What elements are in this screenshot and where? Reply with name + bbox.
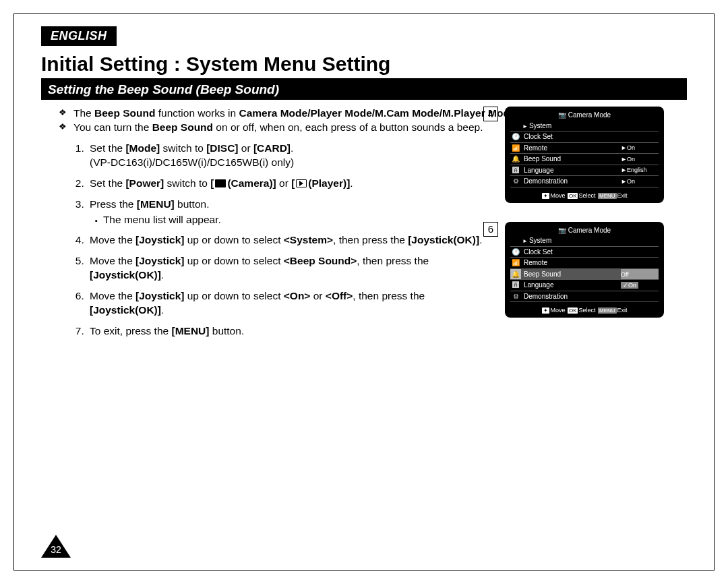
step-1-note: (VP-DC163(i)/DC165W(i)/DC165WB(i) only)	[90, 156, 294, 168]
step-2: Set the [Power] switch to [(Camera)] or …	[87, 177, 526, 191]
page-title: Initial Setting : System Menu Setting	[41, 53, 714, 76]
screen-4-step: 4	[483, 107, 498, 121]
ok-icon: OK	[568, 308, 578, 314]
step-1: Set the [Mode] switch to [DISC] or [CARD…	[87, 142, 526, 170]
step-3: Press the [MENU] button. The menu list w…	[87, 198, 526, 227]
camera-icon: 📷	[558, 111, 566, 119]
menu-icon: MENU	[598, 193, 617, 199]
steps-list: Set the [Mode] switch to [DISC] or [CARD…	[41, 142, 526, 339]
page-number: 32	[41, 544, 71, 555]
screen-4-wrap: 4 📷 Camera Mode ►System 🕐Clock Set 📶Remo…	[505, 107, 680, 203]
lcd4-highlight: ►System	[510, 121, 659, 132]
camera-icon: 📷	[558, 227, 566, 234]
content-block: The Beep Sound function works in Camera …	[41, 107, 687, 339]
ok-icon: OK	[568, 193, 578, 199]
screen-6-wrap: 6 📷 Camera Mode ►System 🕐Clock Set 📶Remo…	[505, 222, 680, 318]
step-3-sub: The menu list will appear.	[92, 213, 526, 227]
lcd4-menu: 🕐Clock Set 📶Remote►On 🔔Beep Sound►On 🅰La…	[510, 131, 659, 187]
section-heading: Setting the Beep Sound (Beep Sound)	[41, 80, 687, 100]
lcd6-menu: 🕐Clock Set 📶Remote 🔔Beep SoundOff 🅰Langu…	[510, 246, 659, 303]
lcd6-footer: ✦Move OKSelect MENUExit	[510, 306, 659, 315]
step-6: Move the [Joystick] up or down to select…	[87, 289, 526, 318]
lcd-screen-4: 📷 Camera Mode ►System 🕐Clock Set 📶Remote…	[505, 107, 664, 203]
lcd-screen-6: 📷 Camera Mode ►System 🕐Clock Set 📶Remote…	[505, 222, 664, 318]
player-icon	[296, 179, 307, 187]
move-icon: ✦	[542, 193, 549, 199]
move-icon: ✦	[542, 308, 549, 314]
menu-icon: MENU	[598, 308, 617, 314]
camera-icon	[215, 179, 226, 187]
step-7: To exit, press the [MENU] button.	[87, 324, 526, 339]
lcd6-highlight: ►System	[510, 236, 659, 246]
lcd4-footer: ✦Move OKSelect MENUExit	[510, 192, 659, 200]
step-4: Move the [Joystick] up or down to select…	[87, 233, 526, 247]
step-5: Move the [Joystick] up or down to select…	[87, 254, 526, 283]
screen-6-step: 6	[483, 222, 498, 237]
lcd4-title: 📷 Camera Mode	[510, 111, 659, 120]
lcd6-title: 📷 Camera Mode	[510, 226, 659, 235]
lcd-screens: 4 📷 Camera Mode ►System 🕐Clock Set 📶Remo…	[505, 107, 680, 337]
language-tab: ENGLISH	[41, 26, 117, 46]
page-frame: ENGLISH Initial Setting : System Menu Se…	[13, 13, 715, 571]
